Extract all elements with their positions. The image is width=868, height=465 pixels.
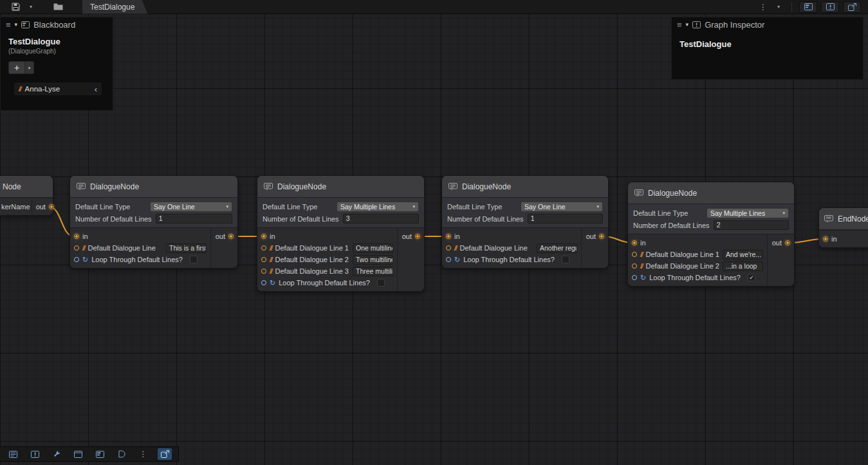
out-port-label: out [216, 232, 225, 240]
blackboard-field-anna-lyse[interactable]: // Anna-Lyse ‹ [14, 82, 102, 96]
in-port[interactable] [261, 234, 266, 239]
loop-checkbox[interactable] [562, 256, 569, 263]
line-type-dropdown[interactable]: Say One Line ▾ [521, 202, 603, 212]
loop-type-icon: ↻ [454, 256, 460, 263]
line-type-dropdown[interactable]: Say One Line ▾ [150, 202, 232, 212]
save-dropdown-button[interactable]: ▾ [24, 1, 38, 13]
open-graph-window-button[interactable] [843, 1, 861, 13]
loop-port[interactable] [74, 257, 79, 262]
node-title-bar[interactable]: EndNode [819, 208, 868, 230]
node-title: DialogueNode [90, 182, 139, 191]
out-port[interactable] [415, 234, 420, 239]
open-in-window-button[interactable] [158, 448, 172, 460]
dialogue-node-3[interactable]: DialogueNode Default Line Type Say One L… [441, 175, 609, 269]
loop-checkbox[interactable] [190, 256, 198, 263]
in-port-label: in [831, 235, 837, 243]
dialogue-line-port[interactable] [74, 245, 79, 251]
console-panel-button[interactable] [6, 448, 21, 460]
dialogue-line-port[interactable] [632, 252, 637, 257]
loop-checkbox[interactable]: ✓ [748, 274, 755, 281]
port-label: kerName [1, 203, 30, 211]
dialogue-line-label: Default Dialogue Line [88, 244, 156, 252]
minimap-toggle-button[interactable] [115, 448, 129, 460]
dialogue-line-label: Default Dialogue Line 2 [275, 256, 349, 263]
string-type-icon: // [640, 263, 643, 270]
dialogue-node-2[interactable]: DialogueNode Default Line Type Say Multi… [257, 175, 425, 292]
open-asset-button[interactable] [51, 1, 65, 13]
loop-port[interactable] [446, 257, 451, 262]
more-options-button[interactable]: ⋮ [136, 448, 151, 460]
more-menu-button[interactable]: ⋮ [756, 1, 770, 13]
num-lines-input[interactable]: 1 [528, 214, 603, 223]
blackboard-collapse-caret[interactable]: ▾ [15, 21, 18, 28]
add-property-dropdown-button[interactable]: ▾ [25, 61, 34, 74]
out-port[interactable] [599, 234, 604, 239]
loop-port[interactable] [261, 280, 266, 285]
node-title-bar[interactable]: DialogueNode [257, 176, 424, 198]
in-port[interactable] [632, 240, 637, 245]
node-title-bar[interactable]: DialogueNode [442, 176, 608, 198]
dialogue-line-input[interactable]: Three multilin [353, 267, 393, 276]
in-port[interactable] [446, 234, 451, 239]
line-type-dropdown[interactable]: Say Multiple Lines ▾ [337, 202, 419, 212]
dropdown-arrow-icon: ▾ [226, 204, 228, 209]
in-port-label: in [454, 232, 460, 240]
loop-port[interactable] [632, 275, 637, 280]
node-title: DialogueNode [648, 189, 697, 198]
inspector-panel-button[interactable] [28, 448, 42, 460]
field-collapse-icon[interactable]: ‹ [95, 84, 97, 94]
dialogue-line-port[interactable] [261, 257, 266, 262]
tab-testdialogue[interactable]: TestDialogue [82, 0, 147, 14]
loop-type-icon: ↻ [82, 256, 88, 263]
in-port-label: in [82, 232, 88, 240]
more-menu-dropdown-button[interactable]: ▾ [771, 1, 786, 13]
dialogue-line-input[interactable]: Another regu [537, 243, 577, 253]
window-icon [74, 451, 82, 458]
blackboard-header[interactable]: ≡ ▾ Blackboard [1, 17, 113, 32]
inspector-icon [31, 451, 39, 458]
dialogue-line-input[interactable]: One multiline [353, 243, 393, 253]
out-port[interactable] [49, 204, 54, 209]
dialogue-line-label: Default Dialogue Line 1 [646, 251, 719, 258]
blackboard-menu-icon[interactable]: ≡ [6, 20, 11, 30]
dialogue-line-port[interactable] [446, 245, 451, 251]
graph-inspector-menu-icon[interactable]: ≡ [677, 20, 682, 30]
dropdown-arrow-icon: ▾ [412, 204, 415, 209]
end-node-icon [824, 215, 833, 223]
num-lines-input[interactable]: 3 [343, 214, 419, 223]
toggle-blackboard-button[interactable] [799, 1, 817, 13]
out-port[interactable] [785, 240, 790, 245]
dialogue-line-input[interactable]: ...in a loop [723, 261, 763, 271]
dialogue-node-4[interactable]: DialogueNode Default Line Type Say Multi… [627, 182, 795, 287]
node-title-bar[interactable]: DialogueNode [70, 176, 237, 198]
end-node[interactable]: EndNode in [818, 207, 868, 248]
preferences-button[interactable] [50, 448, 64, 460]
node-title-bar[interactable]: Node [0, 176, 53, 198]
dialogue-line-input[interactable]: This is a first [166, 243, 207, 253]
dialogue-line-port[interactable] [632, 263, 637, 269]
line-type-dropdown[interactable]: Say Multiple Lines ▾ [706, 208, 789, 218]
in-port[interactable] [74, 234, 79, 239]
node-title-bar[interactable]: DialogueNode [628, 182, 794, 204]
toggle-graph-inspector-button[interactable] [821, 1, 839, 13]
line-type-value: Say Multiple Lines [340, 203, 395, 211]
graph-inspector-graph-name: TestDialogue [679, 39, 855, 49]
blackboard-panel-button[interactable] [93, 448, 107, 460]
window-panel-button[interactable] [71, 448, 86, 460]
add-property-button[interactable]: + [8, 61, 25, 74]
dialogue-node-1[interactable]: DialogueNode Default Line Type Say One L… [69, 175, 238, 269]
loop-checkbox[interactable] [377, 279, 385, 287]
graph-inspector-header[interactable]: ≡ ▾ Graph Inspector [672, 17, 863, 32]
in-port[interactable] [823, 236, 828, 242]
num-lines-input[interactable]: 2 [714, 220, 789, 230]
speaker-node-partial[interactable]: Node kerName out [0, 175, 53, 216]
graph-inspector-collapse-caret[interactable]: ▾ [686, 21, 689, 28]
out-port[interactable] [228, 234, 234, 239]
dialogue-line-port[interactable] [261, 245, 266, 251]
dialogue-line-port[interactable] [261, 269, 266, 274]
dialogue-line-input[interactable]: Two multiline [353, 255, 393, 265]
dialogue-line-input[interactable]: And we're... [723, 250, 763, 260]
num-lines-input[interactable]: 1 [156, 214, 232, 223]
out-port-label: out [586, 232, 596, 240]
save-button[interactable] [8, 1, 23, 13]
